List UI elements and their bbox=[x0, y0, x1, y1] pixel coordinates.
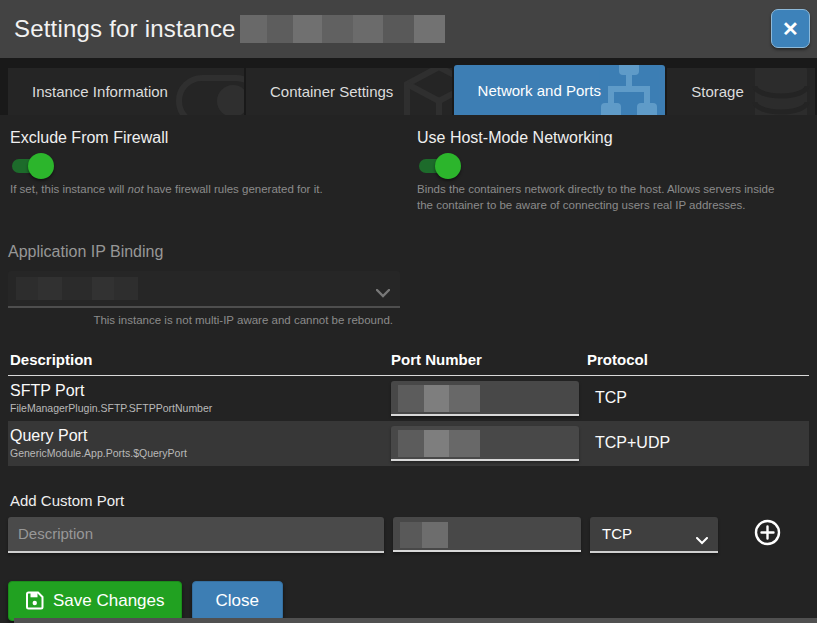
save-icon bbox=[25, 591, 44, 610]
tab-instance-information[interactable]: Instance Information bbox=[8, 68, 244, 115]
chevron-down-icon bbox=[696, 531, 708, 548]
close-modal-button[interactable]: ✕ bbox=[771, 9, 810, 48]
exclude-firewall-help: If set, this instance will not have fire… bbox=[10, 182, 395, 198]
port-value-redacted bbox=[398, 430, 480, 457]
add-port-button[interactable] bbox=[754, 519, 781, 550]
sftp-port-input[interactable] bbox=[391, 381, 579, 416]
instance-name-redacted bbox=[240, 15, 445, 43]
protocol-selected-value: TCP bbox=[602, 525, 632, 542]
network-icon bbox=[595, 65, 663, 115]
close-icon: ✕ bbox=[782, 17, 799, 41]
database-icon bbox=[749, 68, 813, 115]
tab-network-and-ports[interactable]: Network and Ports bbox=[454, 65, 666, 115]
custom-port-description-input[interactable] bbox=[8, 517, 384, 553]
ports-table-header: Description Port Number Protocol bbox=[8, 351, 809, 376]
ports-table: Description Port Number Protocol SFTP Po… bbox=[8, 351, 809, 466]
modal-titlebar: Settings for instance ✕ bbox=[0, 0, 817, 58]
custom-port-protocol-select[interactable]: TCP bbox=[590, 517, 718, 553]
port-name: SFTP Port bbox=[8, 382, 391, 400]
save-label: Save Changes bbox=[53, 591, 165, 611]
host-mode-toggle[interactable] bbox=[419, 158, 459, 174]
header-port-number: Port Number bbox=[391, 351, 587, 368]
query-port-input[interactable] bbox=[391, 426, 579, 461]
tab-label: Container Settings bbox=[270, 83, 393, 100]
tab-label: Instance Information bbox=[32, 83, 168, 100]
circle-plus-icon bbox=[754, 519, 781, 550]
ip-binding-label: Application IP Binding bbox=[8, 243, 809, 261]
toggle-icon bbox=[176, 75, 244, 115]
ip-binding-select[interactable] bbox=[8, 271, 400, 308]
toggle-knob bbox=[28, 153, 54, 179]
exclude-firewall-toggle[interactable] bbox=[12, 158, 52, 174]
port-value-redacted bbox=[400, 522, 448, 548]
table-row: SFTP Port FileManagerPlugin.SFTP.SFTPPor… bbox=[8, 376, 809, 421]
network-and-ports-panel: Exclude From Firewall If set, this insta… bbox=[0, 115, 817, 621]
port-protocol: TCP bbox=[587, 389, 809, 407]
cube-icon bbox=[400, 68, 452, 115]
toggle-knob bbox=[435, 153, 461, 179]
host-mode-help: Binds the containers network directly to… bbox=[417, 182, 787, 213]
tab-storage[interactable]: Storage bbox=[667, 68, 815, 115]
tab-label: Network and Ports bbox=[478, 82, 601, 99]
modal-title: Settings for instance bbox=[14, 15, 236, 43]
tab-label: Storage bbox=[691, 83, 744, 100]
host-mode-label: Use Host-Mode Networking bbox=[417, 129, 809, 147]
add-custom-port-label: Add Custom Port bbox=[8, 492, 809, 509]
add-custom-port-section: Add Custom Port TCP bbox=[8, 492, 809, 553]
close-label: Close bbox=[216, 591, 259, 611]
custom-port-number-input[interactable] bbox=[393, 517, 581, 552]
port-setting-key: GenericModule.App.Ports.$QueryPort bbox=[8, 447, 391, 459]
save-changes-button[interactable]: Save Changes bbox=[8, 581, 182, 621]
table-row: Query Port GenericModule.App.Ports.$Quer… bbox=[8, 421, 809, 466]
header-description: Description bbox=[10, 351, 391, 368]
tab-container-settings[interactable]: Container Settings bbox=[246, 68, 452, 115]
close-button[interactable]: Close bbox=[192, 581, 283, 621]
port-protocol: TCP+UDP bbox=[587, 434, 809, 452]
ip-binding-value-redacted bbox=[16, 277, 138, 300]
header-protocol: Protocol bbox=[587, 351, 809, 368]
ip-binding-help: This instance is not multi-IP aware and … bbox=[8, 313, 393, 329]
port-value-redacted bbox=[398, 385, 480, 412]
exclude-firewall-label: Exclude From Firewall bbox=[10, 129, 415, 147]
chevron-down-icon bbox=[376, 284, 390, 302]
background-page-edge bbox=[14, 618, 817, 623]
port-name: Query Port bbox=[8, 427, 391, 445]
port-setting-key: FileManagerPlugin.SFTP.SFTPPortNumber bbox=[8, 402, 391, 414]
settings-tabstrip: Instance Information Container Settings … bbox=[0, 58, 817, 115]
